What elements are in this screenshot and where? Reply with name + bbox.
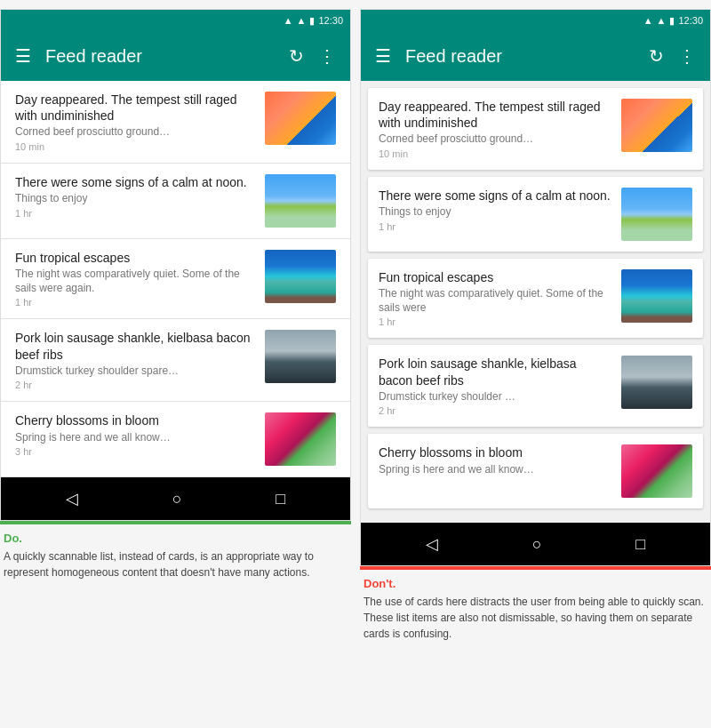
feed-card-time: 1 hr [379,316,611,327]
signal-icon: ▲ [297,15,307,26]
dont-menu-icon[interactable]: ☰ [375,45,391,67]
feed-item[interactable]: Cherry blossoms in bloom Spring is here … [1,402,350,477]
feed-card-content: Fun tropical escapes The night was compa… [379,269,611,327]
do-desc: A quickly scannable list, instead of car… [4,548,348,580]
feed-item-content: Pork loin sausage shankle, kielbasa baco… [15,330,254,390]
dont-feed-list: Day reappeared. The tempest still raged … [361,81,710,523]
do-feed-list: Day reappeared. The tempest still raged … [1,81,350,477]
feed-card-image [621,188,692,241]
do-status-bar: ▲ ▲ ▮ 12:30 [1,10,350,31]
dont-nav-bar: ◁ ○ □ [361,523,710,565]
dont-wifi-icon: ▲ [643,15,653,26]
feed-card-content: Day reappeared. The tempest still raged … [379,99,611,159]
feed-card-content: Pork loin sausage shankle, kielbasa baco… [379,356,611,416]
feed-card[interactable]: Day reappeared. The tempest still raged … [368,88,703,170]
dont-home-icon[interactable]: ○ [532,535,542,554]
dont-signal-icon: ▲ [657,15,667,26]
dont-phone-wrapper: ▲ ▲ ▮ 12:30 ☰ Feed reader ↻ ⋮ Day reappe… [360,9,711,649]
do-menu-icon[interactable]: ☰ [15,45,31,67]
feed-item-image [265,412,336,466]
feed-card-subtitle: The night was comparatively quiet. Some … [379,287,611,315]
do-phone-wrapper: ▲ ▲ ▮ 12:30 ☰ Feed reader ↻ ⋮ Day reappe… [0,9,351,649]
feed-card-image [621,269,692,323]
do-refresh-icon[interactable]: ↻ [289,45,304,67]
feed-item-subtitle: Spring is here and we all know… [15,431,254,445]
dont-refresh-icon[interactable]: ↻ [649,45,664,67]
dont-app-title: Feed reader [405,46,635,67]
do-home-icon[interactable]: ○ [172,490,182,508]
do-recents-icon[interactable]: □ [276,490,285,508]
feed-card[interactable]: Cherry blossoms in bloom Spring is here … [368,434,703,508]
feed-item-content: There were some signs of a calm at noon.… [15,174,254,219]
feed-card-image [621,356,692,409]
feed-item-title: There were some signs of a calm at noon. [15,174,254,190]
feed-item-image [265,174,336,228]
do-app-title: Feed reader [45,46,275,67]
feed-item-time: 10 min [15,141,254,152]
feed-item-subtitle: Things to enjoy [15,192,254,206]
feed-item-content: Day reappeared. The tempest still raged … [15,92,254,152]
dont-phone: ▲ ▲ ▮ 12:30 ☰ Feed reader ↻ ⋮ Day reappe… [360,9,711,566]
dont-status-bar: ▲ ▲ ▮ 12:30 [361,10,710,31]
feed-card-time: 2 hr [379,405,611,416]
do-more-icon[interactable]: ⋮ [318,45,336,67]
feed-card-title: Day reappeared. The tempest still raged … [379,99,611,131]
feed-item[interactable]: There were some signs of a calm at noon.… [1,164,350,239]
feed-card[interactable]: Pork loin sausage shankle, kielbasa baco… [368,345,703,427]
feed-card-content: There were some signs of a calm at noon.… [379,188,611,232]
dont-recents-icon[interactable]: □ [635,535,645,554]
comparison-container: ▲ ▲ ▮ 12:30 ☰ Feed reader ↻ ⋮ Day reappe… [0,9,711,649]
do-time: 12:30 [318,15,343,26]
feed-item-image [265,250,336,303]
feed-card-content: Cherry blossoms in bloom Spring is here … [379,444,611,478]
feed-card-image [621,99,692,152]
dont-label-section: Don't. The use of cards here distracts t… [360,570,711,649]
feed-card[interactable]: There were some signs of a calm at noon.… [368,177,703,252]
feed-item-image [265,330,336,383]
do-label-section: Do. A quickly scannable list, instead of… [0,524,351,588]
feed-item-image [265,92,336,145]
feed-card-title: Pork loin sausage shankle, kielbasa baco… [379,356,611,388]
feed-item[interactable]: Day reappeared. The tempest still raged … [1,81,350,164]
feed-item-content: Fun tropical escapes The night was compa… [15,250,254,308]
feed-card-title: Cherry blossoms in bloom [379,444,611,460]
feed-item-title: Fun tropical escapes [15,250,254,266]
dont-battery-icon: ▮ [669,15,675,27]
do-nav-bar: ◁ ○ □ [1,477,350,520]
battery-icon: ▮ [309,15,315,27]
do-status-icons: ▲ ▲ ▮ 12:30 [284,15,343,27]
feed-item-title: Cherry blossoms in bloom [15,412,254,428]
feed-item-time: 2 hr [15,380,254,390]
feed-item-title: Pork loin sausage shankle, kielbasa baco… [15,330,254,362]
wifi-icon: ▲ [284,15,293,26]
feed-card-image [621,444,692,498]
feed-card-subtitle: Spring is here and we all know… [379,463,611,477]
feed-item[interactable]: Pork loin sausage shankle, kielbasa baco… [1,319,350,402]
do-back-icon[interactable]: ◁ [66,489,78,508]
feed-card[interactable]: Fun tropical escapes The night was compa… [368,259,703,338]
feed-card-subtitle: Drumstick turkey shoulder … [379,390,611,404]
dont-desc: The use of cards here distracts the user… [363,594,707,642]
do-app-bar: ☰ Feed reader ↻ ⋮ [1,31,350,81]
feed-item-time: 1 hr [15,208,254,219]
dont-app-bar: ☰ Feed reader ↻ ⋮ [361,31,710,81]
feed-item-time: 3 hr [15,446,254,457]
feed-item-content: Cherry blossoms in bloom Spring is here … [15,412,254,457]
feed-item-time: 1 hr [15,297,254,308]
feed-item[interactable]: Fun tropical escapes The night was compa… [1,239,350,319]
dont-status-icons: ▲ ▲ ▮ 12:30 [643,15,703,27]
dont-back-icon[interactable]: ◁ [426,534,438,554]
dont-label: Don't. [363,577,707,590]
feed-item-subtitle: The night was comparatively quiet. Some … [15,268,254,295]
feed-card-title: Fun tropical escapes [379,269,611,285]
do-label: Do. [4,532,348,545]
feed-card-subtitle: Corned beef prosciutto ground… [379,132,611,147]
feed-item-subtitle: Corned beef prosciutto ground… [15,125,254,140]
dont-time: 12:30 [678,15,703,26]
dont-more-icon[interactable]: ⋮ [678,45,696,67]
feed-item-subtitle: Drumstick turkey shoulder spare… [15,364,254,379]
feed-card-time: 1 hr [379,221,611,232]
feed-card-subtitle: Things to enjoy [379,205,611,220]
do-phone: ▲ ▲ ▮ 12:30 ☰ Feed reader ↻ ⋮ Day reappe… [0,9,351,521]
feed-card-title: There were some signs of a calm at noon. [379,188,611,204]
